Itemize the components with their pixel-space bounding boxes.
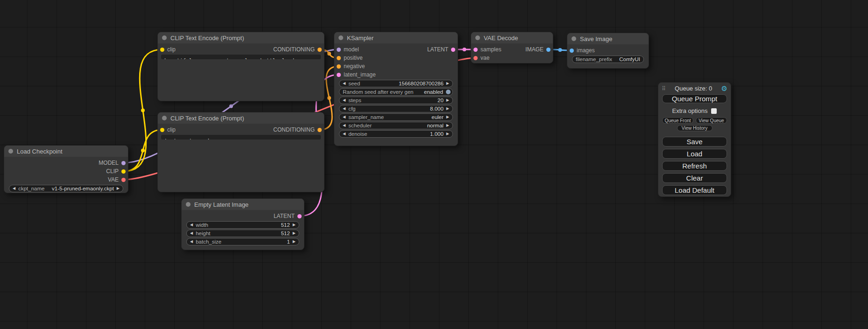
negative-prompt-textarea[interactable]: text, watermark xyxy=(161,135,321,140)
increment-arrow-icon[interactable]: ▶ xyxy=(446,115,449,119)
increment-arrow-icon[interactable]: ▶ xyxy=(293,240,296,244)
decrement-arrow-icon[interactable]: ◀ xyxy=(343,115,346,119)
height-widget[interactable]: ◀ height 512 ▶ xyxy=(186,230,299,237)
output-label-vae: VAE xyxy=(108,176,119,183)
decrement-arrow-icon[interactable]: ◀ xyxy=(343,124,346,127)
increment-arrow-icon[interactable]: ▶ xyxy=(293,231,296,235)
node-title-bar[interactable]: CLIP Text Encode (Prompt) xyxy=(158,32,324,43)
queue-front-button[interactable]: Queue Front xyxy=(662,117,693,124)
input-port-images[interactable] xyxy=(570,49,574,53)
decrement-arrow-icon[interactable]: ◀ xyxy=(343,132,346,136)
output-port-conditioning[interactable] xyxy=(318,128,322,132)
node-clip-text-encode-positive[interactable]: CLIP Text Encode (Prompt) clip CONDITION… xyxy=(157,32,325,101)
input-port-latent-image[interactable] xyxy=(337,73,341,77)
node-empty-latent-image[interactable]: Empty Latent Image LATENT ◀ width 512 ▶ … xyxy=(181,198,304,250)
decrement-arrow-icon[interactable]: ◀ xyxy=(13,187,15,190)
node-save-image[interactable]: Save Image images filename_prefix ComfyU… xyxy=(567,33,649,69)
collapse-dot-icon[interactable] xyxy=(8,149,13,154)
decrement-arrow-icon[interactable]: ◀ xyxy=(343,107,346,111)
widget-label: denoise xyxy=(348,131,367,137)
slot-row: negative xyxy=(334,62,458,70)
output-port-latent[interactable] xyxy=(451,48,455,52)
load-default-button[interactable]: Load Default xyxy=(662,185,727,195)
input-port-negative[interactable] xyxy=(337,64,341,69)
cfg-widget[interactable]: ◀ cfg 8.000 ▶ xyxy=(339,105,453,112)
settings-gear-icon[interactable]: ⚙ xyxy=(721,85,727,92)
slot-row: VAE xyxy=(4,175,128,184)
filename-prefix-widget[interactable]: filename_prefix ComfyUI xyxy=(572,56,644,63)
collapse-dot-icon[interactable] xyxy=(186,202,191,207)
node-title-label: Load Checkpoint xyxy=(17,148,63,155)
save-button[interactable]: Save xyxy=(662,137,727,147)
slot-row: LATENT xyxy=(182,212,304,220)
queue-panel[interactable]: ⠿ Queue size: 0 ⚙ Queue Prompt Extra opt… xyxy=(658,82,731,197)
view-history-button[interactable]: View History xyxy=(677,125,713,131)
output-port-clip[interactable] xyxy=(121,169,126,174)
decrement-arrow-icon[interactable]: ◀ xyxy=(343,82,346,85)
input-port-clip[interactable] xyxy=(160,48,164,52)
collapse-dot-icon[interactable] xyxy=(162,116,167,120)
node-title-bar[interactable]: Empty Latent Image xyxy=(182,199,304,210)
input-port-model[interactable] xyxy=(337,48,341,52)
widget-label: width xyxy=(196,222,208,228)
view-queue-button[interactable]: View Queue xyxy=(696,117,727,124)
width-widget[interactable]: ◀ width 512 ▶ xyxy=(186,221,299,229)
output-label-conditioning: CONDITIONING xyxy=(273,126,315,133)
collapse-dot-icon[interactable] xyxy=(162,35,167,40)
collapse-dot-icon[interactable] xyxy=(339,35,343,40)
node-title-bar[interactable]: KSampler xyxy=(334,32,458,43)
toggle-dot-icon[interactable] xyxy=(446,90,451,94)
node-title-bar[interactable]: Save Image xyxy=(567,33,649,44)
input-port-positive[interactable] xyxy=(337,56,341,60)
batch-size-widget[interactable]: ◀ batch_size 1 ▶ xyxy=(186,238,299,245)
increment-arrow-icon[interactable]: ▶ xyxy=(293,223,296,227)
increment-arrow-icon[interactable]: ▶ xyxy=(117,187,120,190)
node-vae-decode[interactable]: VAE Decode IMAGE samples vae xyxy=(471,32,553,63)
collapse-dot-icon[interactable] xyxy=(572,36,576,41)
node-title-bar[interactable]: Load Checkpoint xyxy=(4,146,128,157)
input-port-samples[interactable] xyxy=(473,48,478,52)
increment-arrow-icon[interactable]: ▶ xyxy=(446,132,449,136)
input-port-vae[interactable] xyxy=(473,56,478,60)
ckpt-name-widget[interactable]: ◀ ckpt_name v1-5-pruned-emaonly.ckpt ▶ xyxy=(9,185,123,192)
decrement-arrow-icon[interactable]: ◀ xyxy=(190,240,193,244)
clear-button[interactable]: Clear xyxy=(662,173,727,183)
scheduler-widget[interactable]: ◀ scheduler normal ▶ xyxy=(339,122,453,129)
load-button[interactable]: Load xyxy=(662,149,727,159)
refresh-button[interactable]: Refresh xyxy=(662,161,727,171)
widget-value: 1 xyxy=(224,239,290,245)
node-clip-text-encode-negative[interactable]: CLIP Text Encode (Prompt) clip CONDITION… xyxy=(157,112,325,192)
output-port-model[interactable] xyxy=(121,161,126,165)
increment-arrow-icon[interactable]: ▶ xyxy=(446,124,449,127)
positive-prompt-textarea[interactable]: beautiful scenery nature glass bottle la… xyxy=(161,55,321,59)
steps-widget[interactable]: ◀ steps 20 ▶ xyxy=(339,97,453,104)
output-label-latent: LATENT xyxy=(274,213,295,219)
node-title-label: Empty Latent Image xyxy=(194,201,248,208)
node-load-checkpoint[interactable]: Load Checkpoint MODEL CLIP VAE ◀ ckpt_na… xyxy=(4,145,128,193)
drag-handle-icon[interactable]: ⠿ xyxy=(662,85,666,92)
increment-arrow-icon[interactable]: ▶ xyxy=(446,107,449,111)
decrement-arrow-icon[interactable]: ◀ xyxy=(343,98,346,102)
widget-label: sampler_name xyxy=(348,114,384,120)
output-port-latent[interactable] xyxy=(297,214,302,218)
queue-prompt-button[interactable]: Queue Prompt xyxy=(662,94,727,103)
extra-options-checkbox[interactable] xyxy=(711,108,717,114)
graph-canvas[interactable]: Load Checkpoint MODEL CLIP VAE ◀ ckpt_na… xyxy=(0,0,868,329)
node-ksampler[interactable]: KSampler LATENT model positive negative … xyxy=(334,32,458,146)
node-title-bar[interactable]: CLIP Text Encode (Prompt) xyxy=(158,112,324,124)
input-port-clip[interactable] xyxy=(160,128,164,132)
increment-arrow-icon[interactable]: ▶ xyxy=(446,82,449,85)
decrement-arrow-icon[interactable]: ◀ xyxy=(190,231,193,235)
random-seed-toggle[interactable]: Random seed after every gen enabled xyxy=(339,88,453,96)
collapse-dot-icon[interactable] xyxy=(475,35,480,40)
output-port-vae[interactable] xyxy=(121,178,126,182)
output-port-conditioning[interactable] xyxy=(318,48,322,52)
decrement-arrow-icon[interactable]: ◀ xyxy=(190,223,193,227)
increment-arrow-icon[interactable]: ▶ xyxy=(446,98,449,102)
node-title-bar[interactable]: VAE Decode xyxy=(471,32,553,43)
widget-label: scheduler xyxy=(348,123,372,128)
seed-widget[interactable]: ◀ seed 156680208700286 ▶ xyxy=(339,80,453,87)
sampler-name-widget[interactable]: ◀ sampler_name euler ▶ xyxy=(339,113,453,121)
output-port-image[interactable] xyxy=(546,48,550,52)
denoise-widget[interactable]: ◀ denoise 1.000 ▶ xyxy=(339,130,453,138)
